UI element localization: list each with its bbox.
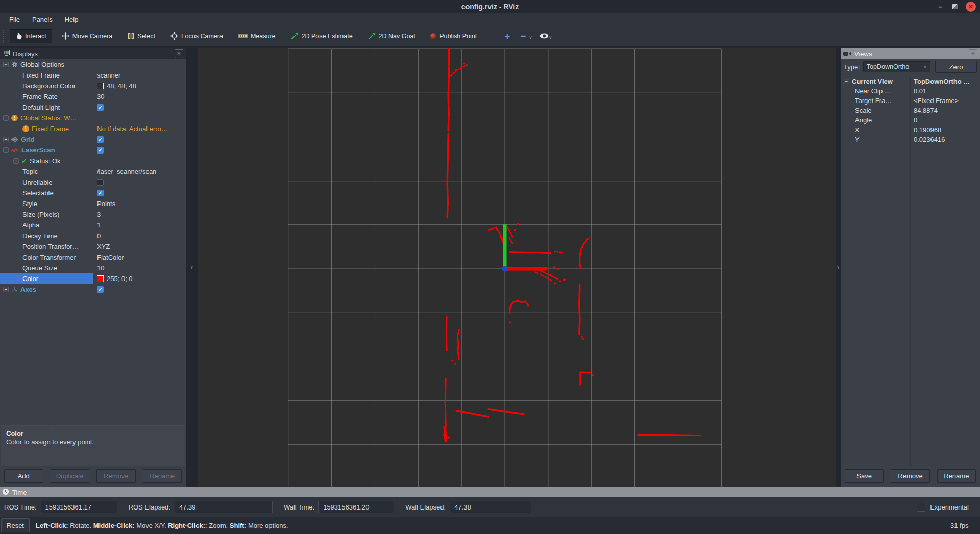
tool-2d-nav-goal[interactable]: 2D Nav Goal	[362, 29, 421, 43]
property-value-cell[interactable]: ✓	[93, 134, 186, 145]
rename-view-button[interactable]: Rename	[937, 469, 976, 483]
3d-viewport-canvas[interactable]	[198, 48, 836, 487]
display-row-unreliable[interactable]: Unreliable	[0, 177, 186, 188]
collapse-expander-icon[interactable]: −	[3, 62, 9, 67]
close-icon[interactable]: ✕	[966, 2, 976, 12]
property-value-cell[interactable]: scanner	[93, 70, 186, 81]
display-row-axes[interactable]: +Axes✓	[0, 284, 186, 295]
3d-viewport[interactable]	[198, 48, 836, 487]
chevron-down-icon[interactable]: ∨	[549, 35, 552, 40]
color-swatch[interactable]	[97, 275, 104, 282]
display-row-frame-rate[interactable]: Frame Rate30	[0, 91, 186, 102]
tool-select[interactable]: Select	[122, 29, 161, 43]
save-view-button[interactable]: Save	[845, 469, 884, 483]
property-value-cell[interactable]	[93, 59, 186, 70]
property-value-cell[interactable]: 48; 48; 48	[93, 81, 186, 91]
time-field-input[interactable]	[450, 501, 531, 513]
collapse-left-icon[interactable]: ‹	[190, 263, 193, 271]
displays-close-icon[interactable]: ✕	[175, 49, 183, 58]
display-row-color-transformer[interactable]: Color TransformerFlatColor	[0, 252, 186, 263]
left-splitter[interactable]: ‹	[186, 48, 198, 487]
property-value-cell[interactable]: ✓	[93, 284, 186, 295]
tool-measure[interactable]: Measure	[233, 29, 281, 43]
expand-expander-icon[interactable]: +	[13, 158, 19, 164]
menu-panels[interactable]: Panels	[27, 15, 58, 24]
property-value-cell[interactable]: 1	[93, 220, 186, 231]
expand-expander-icon[interactable]: +	[3, 137, 9, 142]
property-value-cell[interactable]: XYZ	[93, 241, 186, 252]
checkbox-checked-icon[interactable]: ✓	[97, 104, 104, 111]
property-value-cell[interactable]: 255; 0; 0	[93, 273, 186, 284]
chevron-down-icon[interactable]: ∨	[529, 35, 532, 40]
property-value-cell[interactable]: No tf data. Actual erro…	[93, 123, 186, 134]
tool-focus-camera[interactable]: Focus Camera	[165, 29, 229, 43]
remove-button[interactable]: Remove	[96, 469, 136, 483]
checkbox-checked-icon[interactable]: ✓	[97, 147, 104, 154]
collapse-expander-icon[interactable]: −	[3, 115, 9, 121]
views-close-icon[interactable]: ✕	[969, 49, 977, 58]
display-row-alpha[interactable]: Alpha1	[0, 220, 186, 231]
displays-panel-header[interactable]: Displays ✕	[0, 48, 186, 59]
collapse-expander-icon[interactable]: −	[3, 147, 9, 153]
checkbox-checked-icon[interactable]: ✓	[97, 190, 104, 196]
property-value[interactable]: 0.0236416	[910, 136, 980, 143]
property-value-cell[interactable]: Points	[93, 198, 186, 209]
color-swatch[interactable]	[97, 83, 104, 89]
add-button[interactable]: Add	[4, 469, 43, 483]
time-field-input[interactable]	[318, 501, 394, 513]
time-field-input[interactable]	[175, 501, 273, 513]
display-row-global-options[interactable]: −Global Options	[0, 59, 186, 70]
toolbar-drag-handle[interactable]	[3, 30, 7, 43]
remove-view-button[interactable]: Remove	[891, 469, 929, 483]
reset-button[interactable]: Reset	[1, 518, 30, 532]
property-value[interactable]: 84.8874	[910, 107, 980, 114]
property-value-cell[interactable]: /laser_scanner/scan	[93, 166, 186, 177]
views-column-divider[interactable]	[910, 77, 911, 466]
views-panel-header[interactable]: Views ✕	[841, 48, 980, 59]
right-splitter[interactable]: ›	[836, 48, 841, 487]
view-type-dropdown[interactable]: TopDownOrtho ∨	[863, 61, 930, 72]
property-value[interactable]: TopDownOrtho …	[910, 78, 980, 85]
display-row-default-light[interactable]: Default Light✓	[0, 102, 186, 113]
display-row-color[interactable]: Color255; 0; 0	[0, 273, 186, 284]
property-value-cell[interactable]	[93, 156, 186, 166]
display-row-selectable[interactable]: Selectable✓	[0, 188, 186, 198]
tool-publish-point[interactable]: Publish Point	[425, 29, 482, 43]
display-row-laserscan[interactable]: −LaserScan✓	[0, 145, 186, 156]
property-value-cell[interactable]: ✓	[93, 102, 186, 113]
display-row-fixed-frame[interactable]: !Fixed FrameNo tf data. Actual erro…	[0, 123, 186, 134]
property-value-cell[interactable]: 0	[93, 231, 186, 241]
display-row-position-transfor-[interactable]: Position Transfor…XYZ	[0, 241, 186, 252]
display-row-queue-size[interactable]: Queue Size10	[0, 263, 186, 273]
display-row-fixed-frame[interactable]: Fixed Framescanner	[0, 70, 186, 81]
property-value-cell[interactable]	[93, 113, 186, 123]
collapse-expander-icon[interactable]: −	[844, 79, 849, 84]
menu-help[interactable]: Help	[60, 15, 84, 24]
minimize-icon[interactable]: –	[936, 4, 944, 9]
duplicate-button[interactable]: Duplicate	[51, 469, 90, 483]
checkbox-checked-icon[interactable]: ✓	[97, 286, 104, 293]
property-value-cell[interactable]: ✓	[93, 145, 186, 156]
checkbox-unchecked-icon[interactable]	[97, 179, 104, 186]
menu-file[interactable]: File	[4, 15, 25, 24]
property-value-cell[interactable]: 30	[93, 91, 186, 102]
display-row-size-pixels-[interactable]: Size (Pixels)3	[0, 209, 186, 220]
property-value[interactable]: 0.190968	[910, 126, 980, 134]
property-value-cell[interactable]: ✓	[93, 188, 186, 198]
property-value-cell[interactable]: 10	[93, 263, 186, 273]
display-row-topic[interactable]: Topic/laser_scanner/scan	[0, 166, 186, 177]
display-row-decay-time[interactable]: Decay Time0	[0, 231, 186, 241]
tool-move-camera[interactable]: Move Camera	[56, 29, 118, 43]
checkbox-checked-icon[interactable]: ✓	[97, 136, 104, 143]
property-value[interactable]: <Fixed Frame>	[910, 97, 980, 105]
maximize-icon[interactable]	[952, 4, 958, 9]
rename-button[interactable]: Rename	[143, 469, 182, 483]
zero-button[interactable]: Zero	[935, 61, 977, 73]
time-panel-header[interactable]: Time	[0, 487, 980, 497]
property-value-cell[interactable]	[93, 177, 186, 188]
experimental-checkbox[interactable]	[917, 503, 925, 512]
collapse-right-icon[interactable]: ›	[837, 263, 839, 271]
property-value-cell[interactable]: FlatColor	[93, 252, 186, 263]
property-value[interactable]: 0	[910, 116, 980, 124]
expand-expander-icon[interactable]: +	[3, 287, 9, 292]
